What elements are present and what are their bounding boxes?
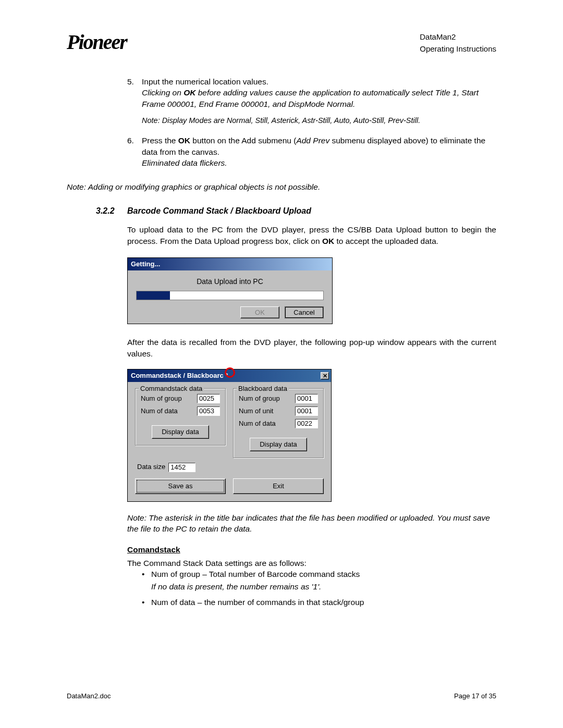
after-para: After the data is recalled from the DVD … [127, 337, 496, 359]
step-6-number: 6. [127, 135, 142, 169]
annotation-circle [225, 367, 235, 378]
step-6-line2: Eliminated data flickers. [142, 158, 227, 167]
pioneer-logo: Pioneer [67, 31, 173, 57]
commandstack-legend: Commandstack data [139, 384, 204, 393]
bb-numdata-input[interactable]: 0022 [295, 419, 318, 428]
outer-note: Note: Adding or modifying graphics or gr… [67, 181, 496, 193]
getting-dialog: Getting... Data Upload into PC OK Cancel [127, 257, 333, 325]
step-5-note: Note: Display Modes are Normal, Still, A… [142, 115, 496, 126]
cs-display-button[interactable]: Display data [152, 425, 209, 439]
step-6-addprev: Add Prev [296, 136, 329, 145]
upload-label: Data Upload into PC [136, 277, 324, 287]
bullet-2-text: Num of data – the number of commands in … [151, 598, 364, 607]
step-6-ok-ref: OK [178, 136, 190, 145]
step-5-line2a: Clicking on [142, 88, 183, 97]
asterisk-note: Note: The asterisk in the title bar indi… [127, 512, 496, 535]
cs-numdata-label: Num of data [141, 406, 197, 416]
upload-para-a: To upload data to the PC from the DVD pl… [127, 225, 496, 245]
bb-numunit-label: Num of unit [239, 406, 295, 416]
progress-bar [136, 291, 324, 300]
section-number: 3.2.2 [96, 205, 127, 217]
comandstack-intro: The Command Stack Data settings are as f… [127, 558, 496, 569]
bullet-1-text: Num of group – Total number of Barcode c… [151, 570, 360, 578]
exit-button[interactable]: Exit [233, 478, 324, 494]
upload-para-ok: OK [322, 237, 334, 245]
commandstack-dialog: Commandstack / Blackboarc * ✕ Commandsta… [127, 369, 332, 502]
bullet-1-sub: If no data is present, the number remain… [151, 581, 496, 593]
comandstack-subhead: Comandstack [127, 544, 496, 556]
bb-numdata-label: Num of data [239, 419, 295, 428]
getting-dialog-title: Getting... [128, 258, 332, 270]
commandstack-dialog-title: Commandstack / Blackboarc * [131, 371, 228, 380]
cs-numgroup-label: Num of group [141, 394, 197, 403]
cs-numdata-input[interactable]: 0053 [197, 406, 220, 416]
blackboard-legend: Blackboard data [237, 384, 289, 393]
bb-numgroup-label: Num of group [239, 394, 295, 403]
datasize-label: Data size [137, 462, 165, 472]
step-5-line1: Input the numerical location values. [142, 77, 268, 86]
cs-numgroup-input[interactable]: 0025 [197, 394, 220, 403]
close-icon[interactable]: ✕ [321, 372, 329, 379]
doc-subtitle: Operating Instructions [420, 43, 496, 54]
bullet-dot: • [142, 569, 151, 592]
bb-numunit-input[interactable]: 0001 [295, 406, 318, 416]
step-6-line1a: Press the [142, 136, 178, 145]
step-5-ok-ref: OK [183, 88, 195, 97]
step-6-line1c: button on the Add submenu ( [190, 136, 296, 145]
datasize-input[interactable]: 1452 [168, 463, 195, 472]
footer-docname: DataMan2.doc [67, 692, 111, 701]
blackboard-fieldset: Blackboard data Num of group 0001 Num of… [233, 388, 324, 459]
upload-para-c: to accept the uploaded data. [334, 237, 438, 245]
cancel-button[interactable]: Cancel [285, 306, 324, 318]
bb-numgroup-input[interactable]: 0001 [295, 394, 318, 403]
bb-display-button[interactable]: Display data [250, 438, 307, 451]
svg-text:Pioneer: Pioneer [67, 31, 128, 54]
bullet-dot: • [142, 597, 151, 608]
saveas-button[interactable]: Save as [135, 478, 226, 494]
section-title: Barcode Command Stack / Blackboard Uploa… [127, 205, 496, 217]
ok-button[interactable]: OK [240, 306, 279, 318]
doc-title: DataMan2 [420, 31, 496, 42]
footer-page: Page 17 of 35 [454, 692, 496, 701]
commandstack-fieldset: Commandstack data Num of group 0025 Num … [135, 388, 226, 446]
step-5-number: 5. [127, 76, 142, 126]
